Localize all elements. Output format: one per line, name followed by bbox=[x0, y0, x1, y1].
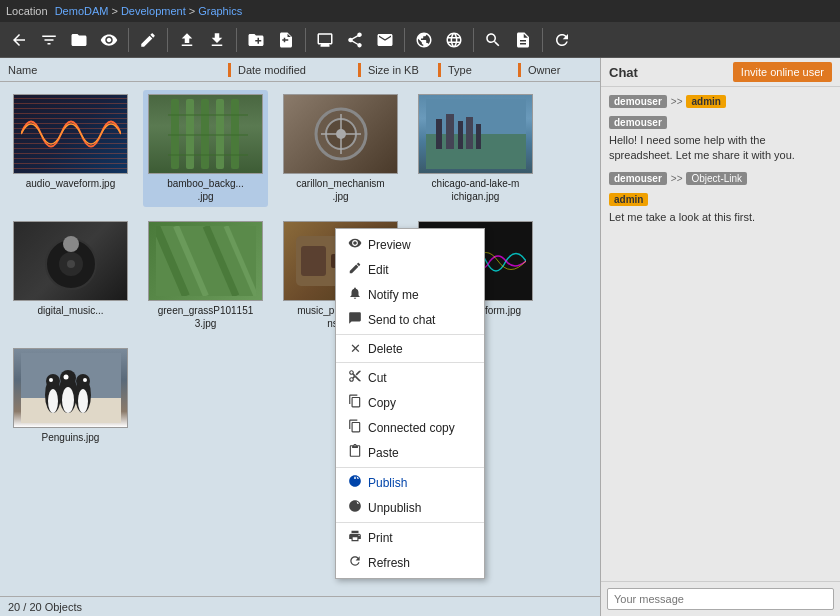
upload-button[interactable] bbox=[174, 29, 200, 51]
file-thumb-chicago bbox=[418, 94, 533, 174]
status-text: 20 / 20 Objects bbox=[8, 601, 82, 613]
svg-point-38 bbox=[48, 389, 58, 413]
file-name-green-grass: green_grassP1011513.jpg bbox=[158, 304, 254, 330]
ctx-connected-copy[interactable]: Connected copy bbox=[336, 415, 484, 440]
document-button[interactable] bbox=[510, 29, 536, 51]
ctx-unpublish-label: Unpublish bbox=[368, 501, 421, 515]
chat-text-2: Hello! I need some help with the spreads… bbox=[609, 133, 832, 164]
file-name-penguins: Penguins.jpg bbox=[42, 431, 100, 444]
ctx-send-to-chat-label: Send to chat bbox=[368, 313, 435, 327]
mail-button[interactable] bbox=[372, 29, 398, 51]
ctx-unpublish[interactable]: Unpublish bbox=[336, 495, 484, 520]
edit-button[interactable] bbox=[135, 29, 161, 51]
chat-message-3: demouser >> Object-Link bbox=[609, 172, 832, 185]
file-name-audio-waveform: audio_waveform.jpg bbox=[26, 177, 116, 190]
download-button[interactable] bbox=[204, 29, 230, 51]
chat-message-input[interactable] bbox=[607, 588, 834, 610]
sender-badge-demouser-1: demouser bbox=[609, 95, 667, 108]
ctx-print-label: Print bbox=[368, 531, 393, 545]
col-size-label: Size in KB bbox=[368, 64, 419, 76]
file-item-carillon[interactable]: carillon_mechanism.jpg bbox=[278, 90, 403, 207]
svg-rect-18 bbox=[466, 117, 473, 149]
refresh-button[interactable] bbox=[549, 29, 575, 51]
svg-rect-7 bbox=[168, 154, 248, 156]
ctx-refresh[interactable]: Refresh bbox=[336, 550, 484, 575]
ctx-refresh-label: Refresh bbox=[368, 556, 410, 570]
preview-icon bbox=[348, 236, 362, 253]
col-size: Size in KB bbox=[358, 63, 438, 77]
file-thumb-digital-music bbox=[13, 221, 128, 301]
notify-icon bbox=[348, 286, 362, 303]
toolbar-sep-4 bbox=[305, 28, 306, 52]
breadcrumb-demodam[interactable]: DemoDAM bbox=[55, 5, 109, 17]
toolbar-sep-6 bbox=[473, 28, 474, 52]
svg-point-39 bbox=[46, 374, 60, 388]
file-name-chicago: chicago-and-lake-michigan.jpg bbox=[432, 177, 520, 203]
print-icon bbox=[348, 529, 362, 546]
chat-input-area bbox=[601, 581, 840, 616]
file-thumb-penguins bbox=[13, 348, 128, 428]
sender-badge-admin-4: admin bbox=[609, 193, 648, 206]
share-button[interactable] bbox=[342, 29, 368, 51]
file-item-digital-music[interactable]: digital_music... bbox=[8, 217, 133, 334]
ctx-notify[interactable]: Notify me bbox=[336, 282, 484, 307]
new-file-button[interactable] bbox=[273, 29, 299, 51]
view-button[interactable] bbox=[96, 29, 122, 51]
invite-online-user-button[interactable]: Invite online user bbox=[733, 62, 832, 82]
ctx-paste-label: Paste bbox=[368, 446, 399, 460]
chat-messages: demouser >> admin demouser Hello! I need… bbox=[601, 87, 840, 581]
ctx-delete[interactable]: ✕ Delete bbox=[336, 337, 484, 360]
toolbar-sep-7 bbox=[542, 28, 543, 52]
svg-point-12 bbox=[336, 129, 346, 139]
file-item-green-grass[interactable]: green_grassP1011513.jpg bbox=[143, 217, 268, 334]
col-name-label: Name bbox=[8, 64, 37, 76]
globe2-button[interactable] bbox=[441, 29, 467, 51]
back-button[interactable] bbox=[6, 29, 32, 51]
ctx-copy[interactable]: Copy bbox=[336, 390, 484, 415]
chat-sender-row-2: demouser bbox=[609, 116, 832, 129]
ctx-cut[interactable]: Cut bbox=[336, 365, 484, 390]
file-name-carillon: carillon_mechanism.jpg bbox=[296, 177, 384, 203]
file-item-penguins[interactable]: Penguins.jpg bbox=[8, 344, 133, 448]
folder-view-button[interactable] bbox=[66, 29, 92, 51]
svg-rect-16 bbox=[446, 114, 454, 149]
connected-copy-icon bbox=[348, 419, 362, 436]
object-link-badge[interactable]: Object-Link bbox=[686, 172, 747, 185]
breadcrumb-graphics[interactable]: Graphics bbox=[198, 5, 242, 17]
ctx-publish-label: Publish bbox=[368, 476, 407, 490]
recipient-badge-admin: admin bbox=[686, 95, 725, 108]
chat-arrow-3: >> bbox=[671, 173, 683, 184]
file-item-bamboo[interactable]: bamboo_backg....jpg bbox=[143, 90, 268, 207]
filter-button[interactable] bbox=[36, 29, 62, 51]
screen-button[interactable] bbox=[312, 29, 338, 51]
copy-icon bbox=[348, 394, 362, 411]
col-divider-type bbox=[438, 63, 441, 77]
file-item-audio-waveform[interactable]: audio_waveform.jpg bbox=[8, 90, 133, 207]
file-item-chicago[interactable]: chicago-and-lake-michigan.jpg bbox=[413, 90, 538, 207]
ctx-print[interactable]: Print bbox=[336, 525, 484, 550]
breadcrumb-development[interactable]: Development bbox=[121, 5, 186, 17]
chat-text-4: Let me take a look at this first. bbox=[609, 210, 832, 225]
edit-icon bbox=[348, 261, 362, 278]
ctx-notify-label: Notify me bbox=[368, 288, 419, 302]
svg-point-40 bbox=[49, 378, 53, 382]
search-button[interactable] bbox=[480, 29, 506, 51]
ctx-paste[interactable]: Paste bbox=[336, 440, 484, 465]
svg-point-23 bbox=[63, 236, 79, 252]
new-folder-button[interactable] bbox=[243, 29, 269, 51]
cut-icon bbox=[348, 369, 362, 386]
col-date: Date modified bbox=[228, 63, 358, 77]
ctx-send-to-chat[interactable]: Send to chat bbox=[336, 307, 484, 332]
send-to-chat-icon bbox=[348, 311, 362, 328]
chat-sender-row-3: demouser >> Object-Link bbox=[609, 172, 832, 185]
globe1-button[interactable] bbox=[411, 29, 437, 51]
sender-badge-demouser-2: demouser bbox=[609, 116, 667, 129]
refresh-ctx-icon bbox=[348, 554, 362, 571]
chat-panel: Chat Invite online user demouser >> admi… bbox=[600, 58, 840, 616]
ctx-publish[interactable]: Publish bbox=[336, 470, 484, 495]
chat-message-1: demouser >> admin bbox=[609, 95, 832, 108]
ctx-preview[interactable]: Preview bbox=[336, 232, 484, 257]
unpublish-icon bbox=[348, 499, 362, 516]
ctx-edit[interactable]: Edit bbox=[336, 257, 484, 282]
ctx-copy-label: Copy bbox=[368, 396, 396, 410]
